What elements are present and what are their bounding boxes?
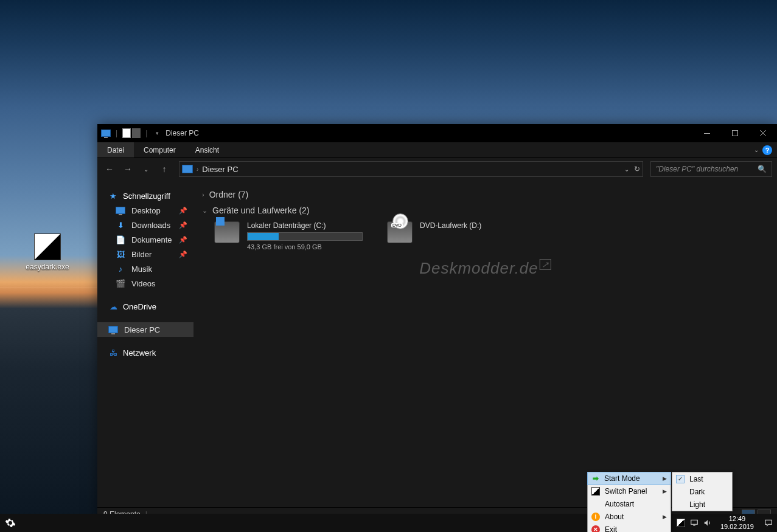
pin-icon: 📌 <box>179 250 187 258</box>
search-input[interactable]: "Dieser PC" durchsuchen 🔍 <box>650 161 772 177</box>
svg-rect-0 <box>704 133 710 134</box>
menu-start-mode[interactable]: ➡ Start Mode ▶ <box>587 472 671 485</box>
recent-dropdown-icon[interactable]: ⌄ <box>139 162 153 176</box>
desktop-icon-easydark[interactable]: easydark.exe <box>24 233 71 271</box>
search-icon: 🔍 <box>758 165 767 173</box>
sidebar-this-pc[interactable]: Dieser PC <box>97 322 193 337</box>
download-icon: ⬇ <box>116 220 125 230</box>
drive-name: Lokaler Datenträger (C:) <box>247 221 363 230</box>
start-mode-submenu: ✓ Last Dark Light <box>672 472 733 511</box>
chevron-right-icon: › <box>197 166 198 173</box>
tray-context-menu: ➡ Start Mode ▶ Switch Panel ▶ Autostart … <box>587 472 671 532</box>
pin-icon: 📌 <box>179 221 187 229</box>
tray-network-icon[interactable] <box>688 514 701 532</box>
bw-triangle-icon <box>590 486 601 497</box>
refresh-icon[interactable]: ↻ <box>634 165 640 173</box>
menu-switch-panel[interactable]: Switch Panel ▶ <box>588 485 671 497</box>
sidebar-onedrive[interactable]: ☁ OneDrive <box>97 299 193 314</box>
menu-autostart[interactable]: Autostart <box>588 497 671 510</box>
sidebar-item-desktop[interactable]: Desktop 📌 <box>97 203 193 218</box>
sidebar-item-music[interactable]: ♪ Musik <box>97 261 193 276</box>
drive-c[interactable]: Lokaler Datenträger (C:) 43,3 GB frei vo… <box>214 221 363 250</box>
menu-about[interactable]: i About ▶ <box>588 510 671 523</box>
network-icon: 🖧 <box>108 348 118 358</box>
qat-dropdown-icon[interactable]: ▾ <box>152 128 162 138</box>
pc-icon <box>108 325 118 334</box>
tray-clock[interactable]: 12:49 19.02.2019 <box>714 515 760 531</box>
svg-rect-2 <box>691 520 698 524</box>
document-icon: 📄 <box>116 235 125 244</box>
pin-icon: 📌 <box>179 236 187 244</box>
music-icon: ♪ <box>116 264 125 274</box>
drive-d[interactable]: DVD DVD-Laufwerk (D:) <box>387 221 481 250</box>
storage-progress-fill <box>248 233 279 240</box>
arrow-right-green-icon: ➡ <box>590 473 601 484</box>
watermark: Deskmodder.de↗ <box>419 259 551 278</box>
chevron-down-icon: ⌄ <box>202 207 207 215</box>
submenu-arrow-icon: ▶ <box>663 475 667 482</box>
cloud-icon: ☁ <box>108 302 118 311</box>
menu-exit[interactable]: ✕ Exit <box>588 523 671 532</box>
explorer-window: | | ▾ Dieser PC Datei Computer Ansicht ⌄… <box>97 124 777 520</box>
sidebar-item-pictures[interactable]: 🖼 Bilder 📌 <box>97 247 193 261</box>
submenu-dark[interactable]: Dark <box>672 485 732 498</box>
sidebar-item-videos[interactable]: 🎬 Videos <box>97 276 193 291</box>
drive-name: DVD-Laufwerk (D:) <box>420 221 481 230</box>
tray-volume-icon[interactable] <box>701 514 714 532</box>
desktop-icon <box>116 206 125 215</box>
address-bar[interactable]: › Dieser PC ⌄ ↻ <box>179 161 643 177</box>
pc-icon <box>101 128 111 138</box>
clock-date: 19.02.2019 <box>720 523 754 531</box>
submenu-arrow-icon: ▶ <box>663 514 667 520</box>
picture-icon: 🖼 <box>116 249 125 259</box>
titlebar[interactable]: | | ▾ Dieser PC <box>97 124 777 142</box>
group-drives[interactable]: ⌄ Geräte und Laufwerke (2) <box>202 206 768 215</box>
tab-file[interactable]: Datei <box>97 142 134 157</box>
submenu-arrow-icon: ▶ <box>663 488 667 494</box>
maximize-button[interactable] <box>721 124 749 142</box>
nav-row: ← → ⌄ ↑ › Dieser PC ⌄ ↻ "Dieser PC" durc… <box>97 158 777 180</box>
tray-action-center-icon[interactable] <box>760 514 777 532</box>
start-button[interactable] <box>0 514 21 532</box>
submenu-light[interactable]: Light <box>672 498 732 511</box>
forward-button[interactable]: → <box>120 162 135 176</box>
chevron-right-icon: › <box>202 191 204 198</box>
submenu-last[interactable]: ✓ Last <box>672 472 732 485</box>
close-button[interactable] <box>749 124 777 142</box>
tab-computer[interactable]: Computer <box>134 142 186 157</box>
help-icon[interactable]: ? <box>762 145 772 155</box>
hdd-icon <box>214 221 240 243</box>
svg-rect-1 <box>733 131 738 136</box>
desktop-icon-label: easydark.exe <box>24 263 71 271</box>
ribbon-expand-icon[interactable]: ⌄ <box>754 147 759 153</box>
close-red-icon: ✕ <box>590 524 601 533</box>
pc-icon <box>182 165 193 173</box>
address-location: Dieser PC <box>202 165 238 174</box>
check-icon: ✓ <box>676 475 685 483</box>
pin-icon: 📌 <box>179 207 187 215</box>
qat-icon-1[interactable] <box>122 128 131 138</box>
sidebar-quick-access[interactable]: ★ Schnellzugriff <box>97 188 193 203</box>
drive-free-text: 43,3 GB frei von 59,0 GB <box>247 243 363 250</box>
info-icon: i <box>590 511 601 522</box>
svg-rect-3 <box>693 525 695 526</box>
ribbon-tabs: Datei Computer Ansicht ⌄ ? <box>97 142 777 158</box>
sidebar-item-documents[interactable]: 📄 Dokumente 📌 <box>97 232 193 247</box>
dvd-icon: DVD <box>387 221 413 243</box>
back-button[interactable]: ← <box>102 162 117 176</box>
minimize-button[interactable] <box>693 124 721 142</box>
tab-view[interactable]: Ansicht <box>186 142 229 157</box>
up-button[interactable]: ↑ <box>157 162 172 176</box>
sidebar: ★ Schnellzugriff Desktop 📌 ⬇ Downloads 📌… <box>97 180 193 507</box>
storage-progress <box>247 232 363 241</box>
chevron-down-icon[interactable]: ⌄ <box>624 166 629 173</box>
sidebar-network[interactable]: 🖧 Netzwerk <box>97 345 193 360</box>
clock-time: 12:49 <box>720 515 754 523</box>
tray-easydark-icon[interactable] <box>674 514 688 532</box>
group-folders[interactable]: › Ordner (7) <box>202 190 768 199</box>
video-icon: 🎬 <box>116 278 125 288</box>
qat-icon-2[interactable] <box>132 128 141 138</box>
window-title: Dieser PC <box>166 129 199 137</box>
sidebar-item-downloads[interactable]: ⬇ Downloads 📌 <box>97 218 193 232</box>
content-area: › Ordner (7) ⌄ Geräte und Laufwerke (2) … <box>193 180 777 507</box>
